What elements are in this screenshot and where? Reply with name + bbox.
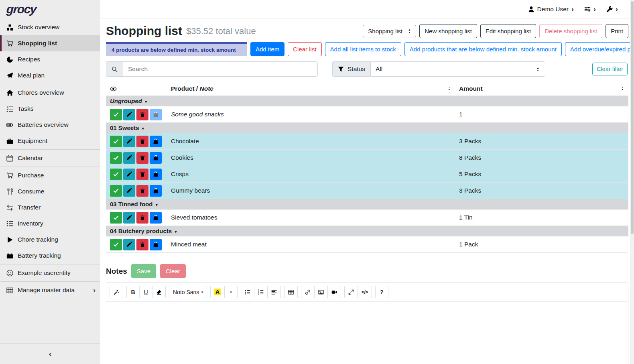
help-button[interactable]: ? [375, 286, 388, 298]
mark-done-button[interactable] [110, 212, 122, 224]
delete-item-button[interactable] [136, 152, 148, 164]
amount-col-header[interactable]: Amount [455, 82, 628, 96]
sidebar-item-tasks[interactable]: Tasks [0, 101, 100, 117]
sidebar-item-equipment[interactable]: Equipment [0, 133, 100, 149]
sidebar-item-manage-master-data[interactable]: Manage master data› [0, 282, 100, 298]
add-item-button[interactable]: Add item [250, 42, 284, 56]
edit-item-button[interactable] [123, 109, 135, 120]
add-to-stock-button[interactable] [150, 212, 162, 224]
add-below-min-button[interactable]: Add products that are below defined min.… [404, 42, 562, 56]
ordered-list-button[interactable] [254, 286, 268, 298]
product-sort-icon[interactable] [447, 86, 451, 91]
sidebar-item-chore-tracking[interactable]: Chore tracking [0, 232, 100, 248]
link-icon [305, 289, 311, 295]
delete-item-button[interactable] [136, 239, 148, 250]
edit-item-button[interactable] [123, 239, 135, 250]
sidebar-item-recipes[interactable]: Recipes [0, 51, 100, 67]
ul-icon [245, 289, 250, 295]
sidebar-item-shopping-list[interactable]: Shopping list [0, 35, 100, 51]
add-to-stock-button[interactable] [150, 185, 162, 197]
search-input[interactable] [123, 61, 318, 77]
mark-done-button[interactable] [110, 136, 122, 147]
product-group-row[interactable]: 01 Sweets▾ [106, 123, 628, 133]
text-color-button[interactable]: A [210, 286, 225, 298]
clear-formatting-button[interactable] [152, 286, 166, 298]
link-button[interactable] [301, 286, 315, 298]
delete-item-button[interactable] [136, 169, 148, 180]
add-to-stock-button[interactable] [150, 109, 162, 120]
unordered-list-button[interactable] [241, 286, 254, 298]
user-name: Demo User [537, 6, 569, 13]
sidebar-item-purchase[interactable]: Purchase [0, 167, 100, 183]
grocy-logo[interactable]: grocy [6, 2, 37, 16]
fullscreen-button[interactable] [344, 286, 358, 298]
product-name: Gummy bears [167, 183, 455, 199]
edit-shopping-list-button[interactable]: Edit shopping list [480, 24, 536, 38]
clear-notes-button[interactable]: Clear [160, 264, 186, 278]
new-shopping-list-button[interactable]: New shopping list [419, 24, 477, 38]
sidebar-item-meal-plan[interactable]: Meal plan [0, 67, 100, 83]
product-col-header[interactable]: Product / Note [167, 82, 455, 96]
below-min-stock-alert[interactable]: 4 products are below defined min. stock … [106, 42, 247, 56]
delete-shopping-list-button[interactable]: Delete shopping list [539, 24, 602, 38]
print-button[interactable]: Print [606, 24, 628, 38]
style-button[interactable] [110, 286, 123, 298]
mark-done-button[interactable] [110, 185, 122, 197]
add-all-to-stock-button[interactable]: Add all list items to stock [325, 42, 401, 56]
add-overdue-button[interactable]: Add overdue/expired products [565, 42, 634, 56]
sidebar-item-consume[interactable]: Consume [0, 183, 100, 199]
delete-item-button[interactable] [136, 136, 148, 147]
edit-item-button[interactable] [123, 152, 135, 164]
sidebar-item-calendar[interactable]: Calendar [0, 150, 100, 166]
mark-done-button[interactable] [110, 169, 122, 180]
edit-item-button[interactable] [123, 185, 135, 197]
sidebar-item-example-userentity[interactable]: Example userentity [0, 265, 100, 281]
edit-item-button[interactable] [123, 136, 135, 147]
text-color-dropdown-button[interactable]: ▾ [224, 286, 238, 298]
mark-done-button[interactable] [110, 109, 122, 120]
sidebar-item-chores-overview[interactable]: Chores overview [0, 85, 100, 101]
sidebar-item-batteries-overview[interactable]: Batteries overview [0, 117, 100, 133]
user-menu[interactable]: Demo User › [528, 6, 574, 13]
delete-item-button[interactable] [136, 109, 148, 120]
vertical-scrollbar[interactable] [630, 0, 634, 364]
font-family-button[interactable]: Noto Sans▾ [169, 286, 207, 298]
paragraph-button[interactable] [267, 286, 281, 298]
sidebar-item-stock-overview[interactable]: Stock overview [0, 19, 100, 35]
editor-content[interactable] [106, 302, 628, 364]
table-button[interactable] [284, 286, 298, 298]
sidebar-collapse-button[interactable]: ‹ [0, 343, 100, 364]
shopping-list-select[interactable]: Shopping list [363, 25, 416, 37]
status-select[interactable]: All [370, 61, 545, 77]
mark-done-button[interactable] [110, 152, 122, 164]
amount-sort-icon[interactable] [621, 86, 624, 91]
admin-menu[interactable]: › [606, 6, 618, 13]
caret-down-icon: ▾ [155, 202, 158, 207]
delete-item-button[interactable] [136, 212, 148, 224]
sidebar-item-battery-tracking[interactable]: Battery tracking [0, 248, 100, 264]
sidebar-item-transfer[interactable]: Transfer [0, 199, 100, 216]
add-to-stock-button[interactable] [150, 239, 162, 250]
product-group-row[interactable]: 03 Tinned food▾ [106, 199, 628, 209]
edit-item-button[interactable] [123, 169, 135, 180]
video-button[interactable] [327, 286, 341, 298]
product-group-row[interactable]: Ungrouped▾ [106, 96, 628, 106]
clear-filter-button[interactable]: Clear filter [592, 63, 628, 75]
code-view-button[interactable]: </> [358, 286, 372, 298]
product-group-row[interactable]: 04 Butchery products▾ [106, 226, 628, 236]
add-to-stock-button[interactable] [150, 169, 162, 180]
underline-button[interactable]: U [139, 286, 152, 298]
mark-done-button[interactable] [110, 239, 122, 250]
scrollbar-thumb[interactable] [631, 1, 634, 234]
picture-button[interactable] [314, 286, 328, 298]
add-to-stock-button[interactable] [150, 136, 162, 147]
clear-list-button[interactable]: Clear list [288, 42, 321, 56]
add-to-stock-button[interactable] [150, 152, 162, 164]
bold-button[interactable]: B [126, 286, 140, 298]
delete-item-button[interactable] [136, 185, 148, 197]
sidebar-item-inventory[interactable]: Inventory [0, 216, 100, 232]
settings-menu[interactable]: › [584, 6, 596, 13]
edit-item-button[interactable] [123, 212, 135, 224]
eye-icon[interactable] [110, 85, 117, 92]
save-notes-button[interactable]: Save [131, 264, 156, 278]
